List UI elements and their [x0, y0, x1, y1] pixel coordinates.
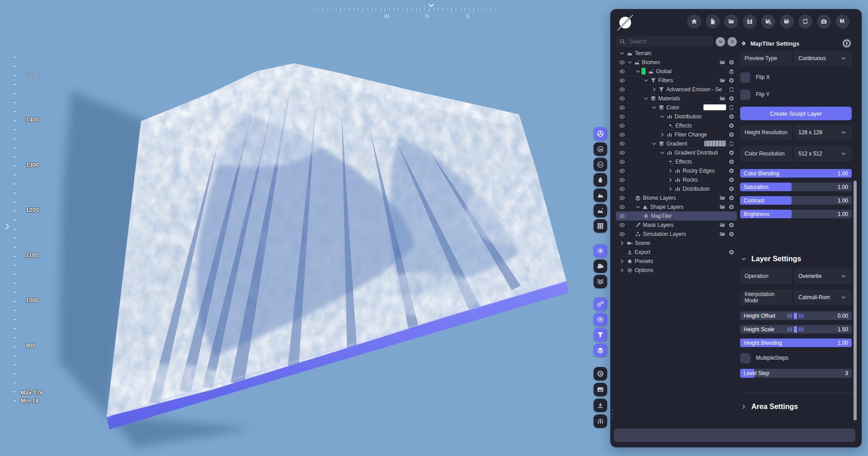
saturation-slider[interactable]: Saturation1.00: [740, 183, 852, 191]
eye-icon[interactable]: [618, 149, 626, 156]
chevron-right-icon[interactable]: [667, 176, 674, 183]
add-icon[interactable]: [728, 221, 735, 229]
refresh-icon[interactable]: [728, 140, 735, 147]
new-file-button[interactable]: [706, 14, 720, 28]
save-edit-button[interactable]: [780, 14, 794, 28]
level-step-slider[interactable]: Level Step 3: [740, 369, 852, 378]
eye-icon[interactable]: [618, 95, 626, 102]
chevron-down-icon[interactable]: [651, 140, 658, 147]
color-resolution-select[interactable]: 512 x 512: [794, 146, 852, 161]
help-button[interactable]: ?: [835, 14, 849, 28]
panel-toggle-button[interactable]: [842, 38, 852, 48]
tree-row[interactable]: Distribution: [616, 184, 737, 193]
tool-filter-button[interactable]: [594, 328, 607, 342]
tree-row[interactable]: Materials: [616, 94, 737, 103]
add-icon[interactable]: [728, 158, 735, 165]
home-button[interactable]: [687, 14, 701, 28]
add-icon[interactable]: [728, 249, 735, 256]
tool-export-button[interactable]: [594, 399, 607, 412]
tool-image-button[interactable]: [594, 383, 607, 396]
tree-row[interactable]: Biomes: [616, 58, 737, 67]
eye-icon[interactable]: [618, 122, 626, 129]
view-ocean-button[interactable]: [594, 275, 607, 288]
create-sculpt-layer-button[interactable]: Create Sculpt Layer: [740, 107, 852, 120]
add-icon[interactable]: [728, 149, 735, 156]
add-icon[interactable]: [728, 167, 735, 174]
tree-row[interactable]: Shape Layers: [616, 202, 737, 212]
gradient-swatch[interactable]: [704, 141, 726, 146]
refresh-icon[interactable]: [728, 104, 735, 111]
tree-row[interactable]: Gradient: [616, 139, 737, 148]
add-icon[interactable]: [728, 194, 735, 202]
eye-icon[interactable]: [618, 194, 626, 202]
tree-row[interactable]: Effects: [616, 121, 737, 130]
eye-icon[interactable]: [618, 140, 626, 147]
layer-settings-header[interactable]: Layer Settings: [740, 254, 852, 264]
chevron-down-icon[interactable]: [642, 95, 650, 102]
chevron-right-icon[interactable]: [618, 240, 626, 247]
folder-icon[interactable]: [719, 203, 726, 211]
interpolation-mode-select[interactable]: Catmull-Rom: [794, 290, 852, 305]
eye-icon[interactable]: [618, 68, 626, 75]
chevron-right-icon[interactable]: [667, 185, 674, 193]
tree-row[interactable]: Advanced Erosion - Se: [616, 85, 737, 94]
view-grid-button[interactable]: [594, 219, 607, 233]
tree-row[interactable]: Effects: [616, 157, 737, 166]
flip-y-checkbox[interactable]: [740, 89, 750, 100]
chevron-down-icon[interactable]: [651, 104, 658, 111]
open-project-button[interactable]: [724, 14, 738, 28]
view-terrain-button[interactable]: [594, 127, 607, 141]
search-box[interactable]: [616, 36, 713, 47]
view-sun-button[interactable]: [594, 244, 607, 258]
add-icon[interactable]: [728, 77, 735, 84]
tree-row[interactable]: MapTiler: [616, 212, 737, 221]
folder-icon[interactable]: [719, 194, 726, 202]
add-icon[interactable]: [728, 176, 735, 183]
refresh-icon[interactable]: [728, 86, 735, 93]
chevron-down-icon[interactable]: [659, 149, 666, 156]
folder-icon[interactable]: [719, 221, 726, 229]
tool-visibility-button[interactable]: [594, 313, 607, 326]
eye-icon[interactable]: [618, 203, 626, 211]
view-clouds-button[interactable]: [594, 259, 607, 273]
add-icon[interactable]: [728, 122, 735, 129]
eye-icon[interactable]: [618, 185, 626, 193]
area-settings-header[interactable]: Area Settings: [740, 402, 852, 412]
chevron-down-icon[interactable]: [642, 77, 650, 84]
tree-row[interactable]: Export: [616, 248, 737, 257]
tree-row[interactable]: Biome Layers: [616, 193, 737, 202]
color-swatch[interactable]: [642, 68, 646, 75]
add-icon[interactable]: [728, 113, 735, 120]
eye-icon[interactable]: [618, 158, 626, 165]
sync-button[interactable]: [798, 14, 812, 28]
eye-icon[interactable]: [618, 167, 626, 174]
save-as-button[interactable]: [761, 14, 775, 28]
height-scale-scrubber[interactable]: Height Scale 1.50: [740, 325, 852, 334]
search-input[interactable]: [629, 38, 710, 45]
eye-icon[interactable]: [618, 230, 626, 238]
view-mountain-button[interactable]: [594, 142, 607, 156]
chevron-down-icon[interactable]: [659, 113, 666, 120]
flip-x-checkbox[interactable]: [740, 72, 750, 83]
chevron-right-icon[interactable]: [618, 267, 626, 274]
tool-record-button[interactable]: [594, 367, 607, 381]
chevron-down-icon[interactable]: [634, 203, 642, 211]
height-offset-scrubber[interactable]: Height Offset 0.00: [740, 311, 852, 320]
eye-icon[interactable]: [618, 104, 626, 111]
add-icon[interactable]: [728, 59, 735, 66]
contrast-slider[interactable]: Contrast1.00: [740, 196, 852, 205]
panel-expand-button[interactable]: [5, 222, 10, 232]
add-icon[interactable]: [728, 203, 735, 211]
add-icon[interactable]: [728, 131, 735, 138]
tree-row[interactable]: Global: [616, 67, 737, 76]
tree-row[interactable]: Distribution: [616, 112, 737, 121]
chevron-down-icon[interactable]: [626, 59, 633, 66]
add-icon[interactable]: [728, 230, 735, 238]
tree-row[interactable]: Presets: [616, 257, 737, 266]
tree-row[interactable]: Filter Change: [616, 130, 737, 139]
folder-icon[interactable]: [719, 95, 726, 102]
tool-stats-button[interactable]: [594, 414, 607, 428]
tree-row[interactable]: Simulation Layers: [616, 230, 737, 239]
height-blending-slider[interactable]: Height Blending 1.00: [740, 338, 852, 347]
multiple-steps-checkbox[interactable]: [740, 353, 750, 363]
